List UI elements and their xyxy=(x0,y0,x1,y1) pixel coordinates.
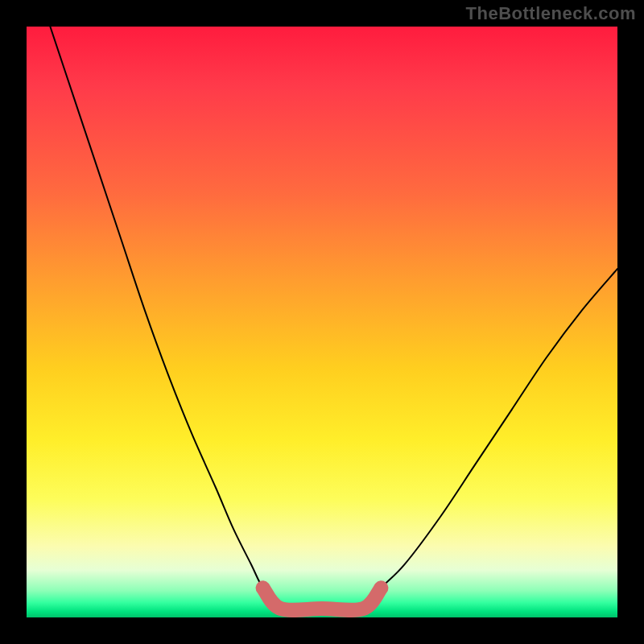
watermark-text: TheBottleneck.com xyxy=(466,3,636,24)
plot-area xyxy=(27,27,617,617)
curve-layer xyxy=(27,27,617,617)
trough-marker-line xyxy=(263,588,382,610)
chart-frame: TheBottleneck.com xyxy=(0,0,644,644)
v-curve-line xyxy=(50,27,617,610)
